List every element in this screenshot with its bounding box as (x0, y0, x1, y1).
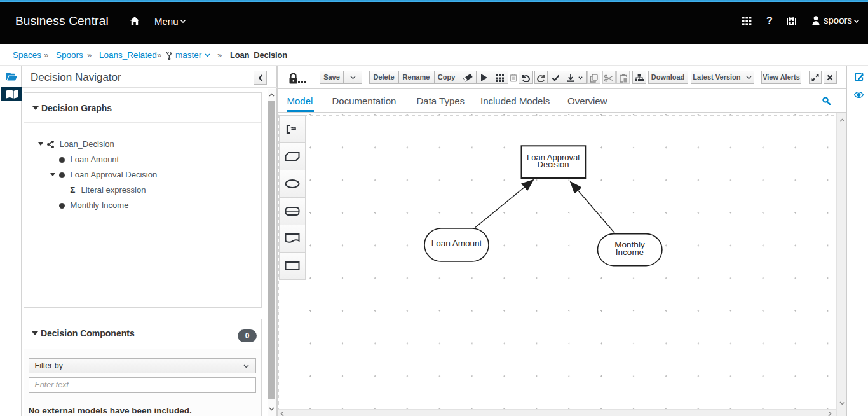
svg-text:Income: Income (616, 247, 644, 257)
svg-text:Loan Amount: Loan Amount (431, 239, 482, 248)
svg-text:Decision: Decision (538, 160, 569, 169)
